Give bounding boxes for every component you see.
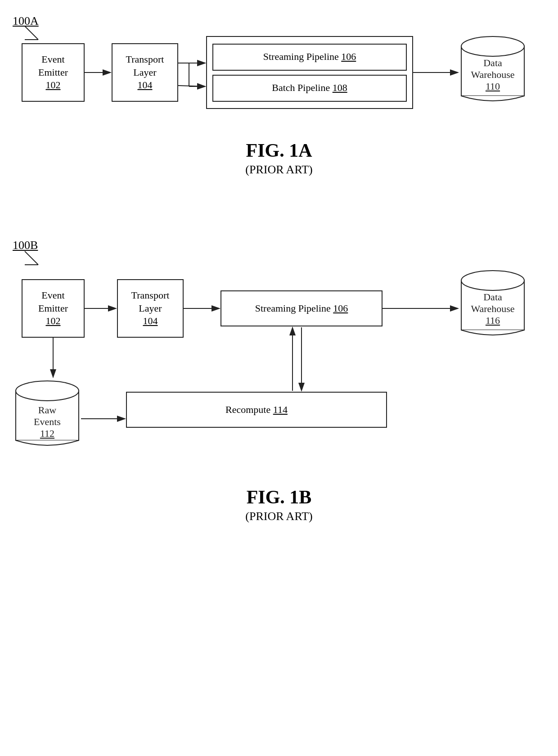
transport-layer-1a-line2: Layer [133,66,156,79]
event-emitter-1b-ref: 102 [46,315,61,328]
data-warehouse-1a-svg: Data Warehouse 110 [459,34,526,110]
data-warehouse-1b: Data Warehouse 116 [459,268,526,344]
svg-text:Raw: Raw [38,404,56,416]
recompute-1b-text: Recompute 114 [225,403,288,416]
svg-line-0 [25,26,38,40]
svg-line-16 [25,251,38,265]
raw-events-1b-svg: Raw Events 112 [14,378,81,455]
fig1a-label-text: 100A [13,14,39,27]
svg-text:Events: Events [34,416,61,427]
svg-text:116: 116 [486,315,500,326]
svg-text:110: 110 [486,81,500,92]
svg-point-24 [16,381,79,401]
transport-layer-1b: Transport Layer 104 [117,279,184,338]
batch-pipeline-1a-ref: 108 [333,82,347,93]
transport-layer-1a: Transport Layer 104 [112,43,178,102]
event-emitter-1b: Event Emitter 102 [22,279,85,338]
streaming-pipeline-1a-ref: 106 [341,51,356,62]
event-emitter-1b-line1: Event [41,289,64,302]
page: 100A Event Emitter 102 Transport Layer 1… [0,0,558,756]
batch-pipeline-1a: Batch Pipeline 108 [212,75,407,102]
fig1a-sub: (PRIOR ART) [0,163,558,177]
svg-text:Data: Data [483,57,502,68]
raw-events-1b: Raw Events 112 [14,378,81,455]
event-emitter-1a-line2: Emitter [38,66,68,79]
streaming-pipeline-1b-text: Streaming Pipeline 106 [255,302,348,315]
event-emitter-1a-line1: Event [41,53,64,66]
svg-text:Warehouse: Warehouse [471,303,514,314]
streaming-pipeline-1a-text: Streaming Pipeline 106 [263,50,356,63]
streaming-pipeline-1b: Streaming Pipeline 106 [220,290,382,326]
pipelines-outer-1a: Streaming Pipeline 106 Batch Pipeline 10… [206,36,413,109]
svg-text:Data: Data [483,291,502,303]
svg-point-19 [461,271,524,290]
event-emitter-1a: Event Emitter 102 [22,43,85,102]
svg-point-3 [461,36,524,56]
svg-line-10 [178,86,205,86]
fig1a-caption: FIG. 1A (PRIOR ART) [0,140,558,177]
fig1b-caption: FIG. 1B (PRIOR ART) [0,486,558,523]
transport-layer-1b-line2: Layer [139,302,162,315]
fig1b-label: 100B [13,239,38,252]
svg-text:Warehouse: Warehouse [471,69,514,80]
fig1b-name: FIG. 1B [0,486,558,508]
recompute-1b-ref: 114 [273,404,288,415]
batch-pipeline-1a-text: Batch Pipeline 108 [272,81,347,95]
recompute-1b: Recompute 114 [126,392,387,428]
streaming-pipeline-1a: Streaming Pipeline 106 [212,44,407,71]
data-warehouse-1a: Data Warehouse 110 [459,34,526,110]
streaming-pipeline-1b-ref: 106 [333,303,348,314]
transport-layer-1a-line1: Transport [126,53,164,66]
event-emitter-1b-line2: Emitter [38,302,68,315]
svg-text:112: 112 [40,428,54,439]
fig1a-name: FIG. 1A [0,140,558,161]
transport-layer-1b-ref: 104 [143,315,158,328]
transport-layer-1a-ref: 104 [138,79,153,92]
data-warehouse-1b-svg: Data Warehouse 116 [459,268,526,344]
fig1b-label-text: 100B [13,239,38,252]
fig1a-label: 100A [13,14,39,28]
event-emitter-1a-ref: 102 [46,79,61,92]
transport-layer-1b-line1: Transport [131,289,170,302]
fig1b-sub: (PRIOR ART) [0,510,558,523]
